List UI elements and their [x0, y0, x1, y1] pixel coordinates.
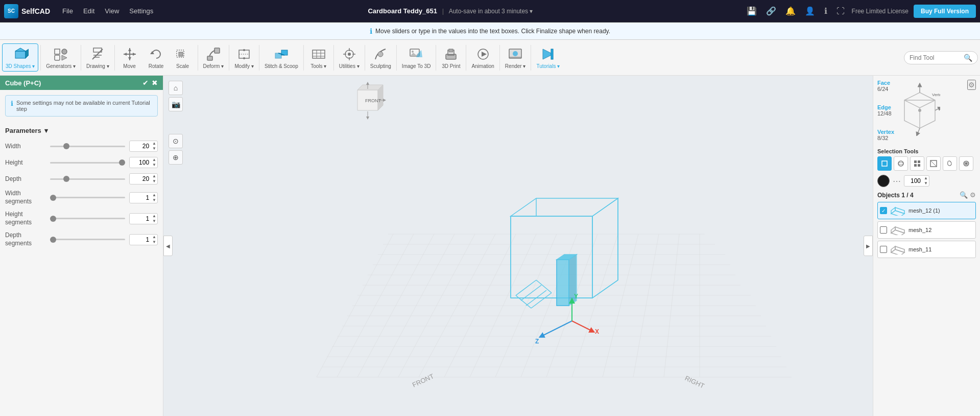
param-input-wrap-width-segments: ▲ ▼: [129, 192, 158, 203]
viewport[interactable]: ◀ ⌂ 📷 ⊙ ⊕ .ctext{font-size:9px;fill:#666…: [163, 76, 873, 416]
right-panel-gear-button[interactable]: ⚙: [967, 80, 976, 90]
share-icon[interactable]: 🔗: [764, 5, 778, 17]
tool-render[interactable]: Render ▾: [502, 44, 529, 71]
tool-label-image-to-3d: Image To 3D: [402, 63, 431, 69]
param-input-width[interactable]: [130, 142, 151, 151]
notification-icon[interactable]: 🔔: [783, 5, 798, 17]
tool-animation[interactable]: Animation: [468, 44, 497, 71]
sel-tool-paint-button[interactable]: [959, 156, 973, 171]
panel-close-button[interactable]: ✖: [152, 79, 158, 87]
param-spin-down-width-segments[interactable]: ▼: [151, 198, 157, 203]
z-axis-label: Z: [535, 338, 539, 345]
buy-full-version-button[interactable]: Buy Full Version: [914, 5, 976, 18]
objects-search-button[interactable]: 🔍: [960, 191, 968, 199]
object-item-1[interactable]: mesh_12: [877, 221, 976, 239]
tool-sculpting[interactable]: Sculpting: [367, 44, 394, 71]
menu-edit[interactable]: Edit: [80, 5, 98, 17]
sel-tool-grid-button[interactable]: [910, 156, 924, 171]
viewport-home-button[interactable]: ⌂: [169, 81, 183, 95]
sel-tool-sphere-button[interactable]: [894, 156, 908, 171]
app-name: SelfCAD: [21, 7, 50, 15]
param-spin-up-depth-segments[interactable]: ▲: [151, 235, 157, 240]
collapse-right-button[interactable]: ▶: [864, 236, 873, 256]
sel-tool-lasso-button[interactable]: [943, 156, 957, 171]
tool-modify[interactable]: Modify ▾: [231, 44, 257, 71]
tool-image-to-3d[interactable]: Image To 3D: [399, 44, 434, 71]
opacity-spin-down[interactable]: ▼: [923, 181, 929, 186]
param-spin-down-depth[interactable]: ▼: [151, 179, 157, 184]
vertex-type: Vertex 8/32: [877, 129, 894, 141]
generators-icon: [53, 46, 69, 62]
param-spin-down-height[interactable]: ▼: [151, 163, 157, 168]
tool-scale[interactable]: Scale: [170, 44, 196, 71]
param-input-height[interactable]: [130, 158, 151, 167]
menu-settings[interactable]: Settings: [126, 5, 156, 17]
param-slider-width[interactable]: [50, 146, 125, 147]
tool-3d-print[interactable]: 3D Print: [438, 44, 464, 71]
viewport-orbit-button[interactable]: ⊙: [169, 134, 183, 148]
param-spin-up-height-segments[interactable]: ▲: [151, 214, 157, 219]
tool-label-3d-print: 3D Print: [442, 63, 460, 69]
object-item-0[interactable]: ✓ mesh_12 (1): [877, 202, 976, 219]
svg-line-121: [541, 321, 572, 336]
panel-confirm-button[interactable]: ✔: [142, 79, 149, 87]
sel-tool-invert-button[interactable]: [926, 156, 941, 171]
viewport-zoom-button[interactable]: ⊕: [169, 150, 183, 165]
objects-label: Objects 1 / 4: [877, 192, 958, 199]
logo-icon: SC: [4, 4, 18, 18]
param-input-height-segments[interactable]: [130, 214, 151, 223]
tool-drawing[interactable]: Drawing ▾: [83, 44, 112, 71]
object-item-2[interactable]: mesh_11: [877, 241, 976, 258]
svg-line-115: [516, 295, 531, 308]
obj-checkbox-0[interactable]: ✓: [880, 207, 887, 214]
param-spin-up-width-segments[interactable]: ▲: [151, 193, 157, 198]
tool-3d-shapes[interactable]: 3D Shapes ▾: [2, 43, 38, 72]
texture-dots-icon[interactable]: ⋯: [893, 176, 901, 186]
find-tool-input[interactable]: [910, 54, 961, 61]
opacity-spin-up[interactable]: ▲: [923, 176, 929, 181]
param-slider-height[interactable]: [50, 162, 125, 164]
svg-rect-138: [918, 164, 920, 167]
sel-tool-box-button[interactable]: [877, 156, 892, 171]
param-slider-width-segments[interactable]: [50, 197, 125, 198]
tool-stitch-scoop[interactable]: Stitch & Scoop: [261, 44, 301, 71]
param-spin-down-depth-segments[interactable]: ▼: [151, 240, 157, 245]
logo: SC SelfCAD: [4, 4, 55, 18]
tool-label-render: Render ▾: [505, 63, 526, 69]
fullscreen-icon[interactable]: ⛶: [834, 6, 847, 17]
collapse-left-button[interactable]: ◀: [163, 236, 173, 256]
objects-gear-button[interactable]: ⚙: [970, 191, 976, 199]
param-input-depth[interactable]: [130, 174, 151, 183]
param-slider-depth[interactable]: [50, 178, 125, 180]
menu-view[interactable]: View: [102, 5, 122, 17]
tool-move[interactable]: Move: [117, 44, 142, 71]
param-spin-up-width[interactable]: ▲: [151, 141, 157, 146]
sculpting-icon: [372, 46, 389, 62]
opacity-input[interactable]: [904, 176, 923, 186]
info-icon[interactable]: ℹ: [822, 5, 829, 17]
param-slider-height-segments[interactable]: [50, 218, 125, 219]
obj-checkbox-2[interactable]: [880, 246, 887, 253]
param-input-depth-segments[interactable]: [130, 235, 151, 244]
tool-utilities[interactable]: Utilities ▾: [336, 44, 363, 71]
param-input-width-segments[interactable]: [130, 193, 151, 202]
color-picker-button[interactable]: [877, 175, 890, 187]
tool-deform[interactable]: Deform ▾: [200, 44, 227, 71]
viewport-camera-button[interactable]: 📷: [169, 97, 183, 111]
param-spin-down-width[interactable]: ▼: [151, 146, 157, 151]
tool-rotate[interactable]: Rotate: [144, 44, 169, 71]
tool-tools[interactable]: Tools ▾: [306, 44, 331, 71]
param-slider-depth-segments[interactable]: [50, 239, 125, 240]
param-label-depth: Depth: [5, 175, 46, 182]
menu-file[interactable]: File: [59, 5, 76, 17]
param-spin-down-height-segments[interactable]: ▼: [151, 219, 157, 224]
save-icon[interactable]: 💾: [745, 5, 759, 17]
obj-name-2: mesh_11: [909, 246, 931, 252]
tool-tutorials[interactable]: Tutorials ▾: [533, 44, 563, 71]
param-spin-up-depth[interactable]: ▲: [151, 174, 157, 179]
orientation-cube[interactable]: .ctext{font-size:9px;fill:#666;font-fami…: [347, 80, 388, 122]
account-icon[interactable]: 👤: [803, 5, 817, 17]
param-spin-up-height[interactable]: ▲: [151, 157, 157, 163]
obj-checkbox-1[interactable]: [880, 226, 887, 234]
tool-generators[interactable]: Generators ▾: [43, 44, 79, 71]
